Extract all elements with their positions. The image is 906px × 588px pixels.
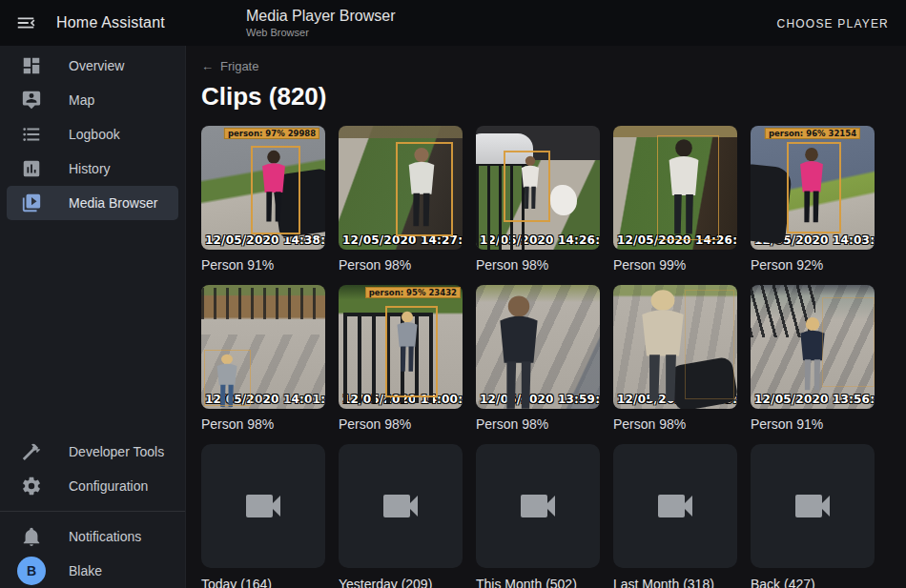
video-icon (378, 483, 423, 529)
sidebar-item-configuration[interactable]: Configuration (7, 469, 178, 503)
video-icon (790, 483, 835, 529)
folder-item-back[interactable]: Back (427) (751, 444, 875, 588)
breadcrumb-back-frigate[interactable]: ← Frigate (201, 59, 877, 73)
clip-thumbnail[interactable]: person: 97% 29988 12/05/2020 14:38:47 (201, 126, 325, 250)
detection-bounding-box (787, 142, 841, 233)
clip-label: Person 98% (613, 416, 737, 432)
clip-label: Person 98% (339, 257, 463, 273)
clip-item[interactable]: person: 96% 32154 12/05/2020 14:03:17 Pe… (751, 126, 875, 273)
clip-item[interactable]: 12/05/2020 13:59:49 Person 98% (476, 285, 600, 432)
clip-thumbnail[interactable]: 12/05/2020 13:56:17 (751, 285, 875, 409)
clip-label: Person 91% (201, 257, 325, 273)
folder-label: Last Month (318) (613, 577, 737, 588)
page-subtitle: Web Browser (246, 27, 396, 38)
detection-bounding-box (385, 306, 438, 397)
clip-item[interactable]: 12/05/2020 14:27:35 Person 98% (339, 126, 463, 273)
folder-label: Yesterday (209) (339, 577, 463, 588)
detection-bounding-box (396, 142, 453, 236)
detection-bounding-box (251, 146, 300, 235)
sidebar: Overview Map Logbook History Media Brows… (0, 46, 186, 588)
clip-item[interactable]: 12/05/2020 14:01:14 Person 98% (201, 285, 325, 432)
folder-item-today[interactable]: Today (164) (201, 444, 325, 588)
clip-item[interactable]: 12/05/2020 14:26:48 Person 98% (476, 126, 600, 273)
video-icon (240, 483, 286, 529)
sidebar-item-label: History (69, 161, 111, 176)
folder-card[interactable] (613, 444, 737, 568)
menu-open-icon (15, 12, 36, 33)
list-bulleted-icon (20, 123, 43, 146)
sidebar-item-history[interactable]: History (7, 152, 178, 186)
folder-item-yesterday[interactable]: Yesterday (209) (339, 444, 463, 588)
app-title: Home Assistant (56, 14, 165, 31)
sidebar-item-media-browser[interactable]: Media Browser (7, 186, 178, 220)
page-heading: Clips (820) (201, 82, 877, 112)
clip-item[interactable]: 12/05/2020 13:56:17 Person 91% (751, 285, 875, 432)
clip-thumbnail[interactable]: 12/05/2020 13:59:49 (476, 285, 600, 409)
detection-bounding-box (822, 297, 875, 387)
clip-item[interactable]: 12/05/2020 13:58:30 Person 98% (613, 285, 737, 432)
video-icon (515, 483, 561, 529)
clip-thumbnail[interactable]: 12/05/2020 14:01:14 (201, 285, 325, 409)
clip-timestamp: 12/05/2020 13:56:17 (754, 393, 875, 406)
folder-card[interactable] (476, 444, 600, 568)
clip-thumbnail[interactable]: person: 95% 23432 12/05/2020 14:00:52 (339, 285, 463, 409)
detection-score-label: person: 96% 32154 (765, 128, 860, 139)
detection-score-label: person: 97% 29988 (224, 128, 319, 139)
sidebar-item-label: Developer Tools (69, 444, 164, 459)
clip-label: Person 98% (476, 257, 600, 273)
clip-item[interactable]: person: 95% 23432 12/05/2020 14:00:52 Pe… (339, 285, 463, 432)
folder-label: Today (164) (201, 577, 325, 588)
sidebar-item-logbook[interactable]: Logbook (7, 117, 178, 152)
folder-card[interactable] (751, 444, 875, 568)
sidebar-item-label: Notifications (69, 529, 141, 544)
sidebar-item-user[interactable]: B Blake (7, 554, 178, 588)
back-arrow-icon: ← (201, 59, 214, 73)
clip-item[interactable]: 12/05/2020 14:26:07 Person 99% (613, 126, 737, 273)
clip-thumbnail[interactable]: 12/05/2020 14:26:48 (476, 126, 600, 250)
map-account-icon (20, 89, 43, 112)
gear-icon (20, 475, 43, 497)
clip-thumbnail[interactable]: 12/05/2020 13:58:30 (613, 285, 737, 409)
clip-timestamp: 12/05/2020 14:38:47 (205, 233, 325, 247)
sidebar-item-map[interactable]: Map (7, 83, 178, 117)
detection-bounding-box (504, 151, 550, 222)
folder-card[interactable] (339, 444, 463, 568)
sidebar-item-overview[interactable]: Overview (7, 49, 178, 83)
video-icon (652, 483, 698, 529)
clip-label: Person 98% (476, 416, 600, 432)
user-name: Blake (69, 563, 102, 578)
sidebar-toggle-button[interactable] (14, 11, 37, 34)
app-header: Home Assistant Media Player Browser Web … (0, 0, 906, 46)
clip-label: Person 99% (613, 257, 737, 273)
hammer-icon (20, 440, 43, 463)
clip-label: Person 98% (339, 416, 463, 432)
folder-item-this-month[interactable]: This Month (502) (476, 444, 600, 588)
folder-card[interactable] (201, 444, 325, 568)
user-avatar[interactable]: B (17, 557, 46, 585)
person-figure (492, 294, 546, 409)
folder-item-last-month[interactable]: Last Month (318) (613, 444, 737, 588)
sidebar-item-label: Overview (69, 58, 124, 73)
bell-icon (20, 525, 43, 548)
clip-thumbnail[interactable]: person: 96% 32154 12/05/2020 14:03:17 (751, 126, 875, 250)
header-right: CHOOSE PLAYER (777, 14, 906, 31)
media-browser-content: ← Frigate Clips (820) person: 97% 29988 … (186, 46, 906, 588)
dashboard-icon (20, 54, 43, 77)
trash-bag-shape (550, 185, 577, 215)
page-title: Media Player Browser (246, 8, 396, 25)
header-left: Home Assistant (0, 11, 186, 34)
breadcrumb-label: Frigate (220, 59, 258, 73)
person-figure (633, 289, 692, 405)
sidebar-item-notifications[interactable]: Notifications (7, 519, 178, 554)
folder-label: Back (427) (751, 577, 875, 588)
detection-bounding-box (685, 290, 734, 398)
sidebar-spacer (0, 220, 185, 435)
sidebar-item-developer-tools[interactable]: Developer Tools (7, 435, 178, 469)
clip-thumbnail[interactable]: 12/05/2020 14:26:07 (613, 126, 737, 250)
clips-grid: person: 97% 29988 12/05/2020 14:38:47 Pe… (201, 126, 877, 588)
clip-timestamp: 12/05/2020 14:26:48 (480, 233, 600, 247)
choose-player-button[interactable]: CHOOSE PLAYER (777, 17, 889, 30)
clip-item[interactable]: person: 97% 29988 12/05/2020 14:38:47 Pe… (201, 126, 325, 273)
detection-score-label: person: 95% 23432 (365, 287, 461, 298)
clip-thumbnail[interactable]: 12/05/2020 14:27:35 (339, 126, 463, 250)
